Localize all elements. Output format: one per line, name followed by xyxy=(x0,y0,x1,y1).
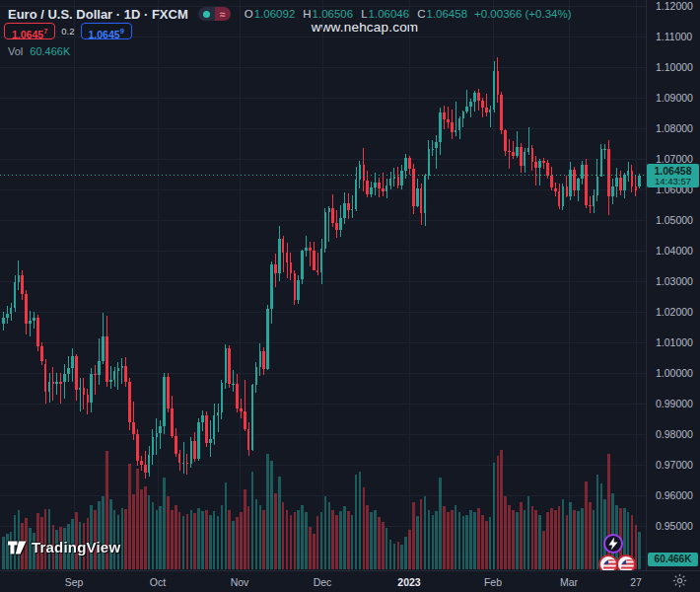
price-axis-label: 1.03000 xyxy=(656,275,693,287)
candle-body xyxy=(477,93,480,101)
volume-bar xyxy=(351,515,354,569)
candle-body xyxy=(531,148,534,162)
chart-pane[interactable] xyxy=(0,0,700,592)
candle-body xyxy=(40,346,43,361)
candle-body xyxy=(148,455,151,473)
volume-bar xyxy=(524,510,526,570)
volume-bar xyxy=(355,475,358,569)
volume-bar xyxy=(473,512,476,569)
time-axis[interactable]: SepOctNovDec2023FebMar27 xyxy=(0,570,700,592)
volume-bar xyxy=(102,496,105,569)
alert-equals-icon[interactable]: ≈ xyxy=(215,7,231,21)
candle-body xyxy=(397,177,400,185)
volume-bar xyxy=(136,469,139,569)
candle-body xyxy=(167,377,170,408)
time-axis-label: Oct xyxy=(150,576,166,588)
ohlc-readout: O1.06092 H1.06506 L1.06046 C1.06458 +0.0… xyxy=(245,8,572,20)
price-axis-label: 0.97000 xyxy=(656,459,693,471)
volume-bar xyxy=(481,515,484,569)
ask-price-sup: 9 xyxy=(120,27,124,36)
volume-bar xyxy=(469,510,472,570)
price-axis-label: 0.95000 xyxy=(656,520,693,532)
candle-body xyxy=(247,429,250,450)
candle-body xyxy=(432,149,435,150)
volume-bar xyxy=(435,511,438,569)
market-status-icon[interactable] xyxy=(198,7,215,21)
candle-body xyxy=(6,314,9,318)
volume-bar xyxy=(638,532,641,569)
volume-bar xyxy=(232,521,235,569)
candle-body xyxy=(156,433,159,437)
volume-bar xyxy=(465,515,468,569)
candle-body xyxy=(25,294,28,324)
volume-bar xyxy=(558,506,561,569)
spread-value: 0.2 xyxy=(61,26,74,37)
volume-bar xyxy=(209,515,212,569)
candle-body xyxy=(603,149,606,150)
volume-bar xyxy=(182,516,185,569)
candle-body xyxy=(339,218,342,230)
volume-bar xyxy=(282,502,285,569)
candle-body xyxy=(136,434,139,461)
volume-bar xyxy=(343,506,346,569)
candle-body xyxy=(266,309,269,369)
volume-bar xyxy=(589,502,592,569)
candle-body xyxy=(585,165,588,205)
candle-body xyxy=(305,248,308,251)
volume-bar xyxy=(424,496,427,569)
volume-bar xyxy=(167,496,170,569)
volume-bar xyxy=(408,530,411,569)
candle-body xyxy=(274,264,277,273)
volume-bar xyxy=(90,505,93,570)
bar-countdown: 14:43:57 xyxy=(647,177,699,186)
volume-legend: Vol 60.466K xyxy=(8,45,70,57)
candle-body xyxy=(29,321,32,324)
volume-bar xyxy=(512,510,515,570)
candle-body xyxy=(205,415,208,443)
volume-bar xyxy=(294,512,297,569)
candle-body xyxy=(201,415,204,421)
chart-app: www.nehcap.com Euro / U.S. Dollar · 1D ·… xyxy=(0,0,700,592)
volume-bar xyxy=(585,481,588,570)
candle-body xyxy=(21,275,24,294)
volume-bar xyxy=(477,508,480,569)
candle-body xyxy=(512,152,515,156)
price-axis-label: 1.05000 xyxy=(656,214,693,226)
candle-body xyxy=(631,171,634,186)
axis-settings-gear-icon[interactable] xyxy=(672,573,687,592)
volume-bar xyxy=(324,496,327,569)
candle-body xyxy=(589,205,592,206)
volume-bar xyxy=(339,511,342,569)
volume-bar xyxy=(493,463,496,569)
volume-bar xyxy=(251,472,254,570)
volume-bar xyxy=(244,489,246,569)
header-status-pill[interactable]: ≈ xyxy=(198,7,231,21)
bid-price-sup: 7 xyxy=(43,27,47,36)
sell-bid-button[interactable]: 1.06457 xyxy=(4,23,55,39)
candle-body xyxy=(197,422,200,459)
candle-body xyxy=(435,142,438,149)
candle-body xyxy=(451,122,454,132)
time-axis-label: 2023 xyxy=(397,576,420,588)
candle-body xyxy=(558,191,561,206)
candle-body xyxy=(79,388,82,390)
candle-body xyxy=(542,161,545,164)
volume-bar xyxy=(581,508,584,569)
buy-ask-button[interactable]: 1.06459 xyxy=(81,23,132,39)
price-axis[interactable]: 1.120001.110001.100001.090001.080001.070… xyxy=(646,0,700,570)
volume-bar xyxy=(370,512,373,569)
candle-body xyxy=(221,383,224,412)
candle-body xyxy=(128,382,131,422)
tradingview-logo[interactable]: TradingView xyxy=(8,539,120,555)
ohlc-open-label: O xyxy=(245,8,253,20)
volume-bar xyxy=(240,512,243,569)
volume-bar xyxy=(297,510,300,570)
volume-bar xyxy=(439,478,442,569)
candle-body xyxy=(462,111,465,118)
volume-bar xyxy=(197,508,200,569)
volume-bar xyxy=(554,510,557,570)
candle-body xyxy=(109,380,112,383)
symbol-title[interactable]: Euro / U.S. Dollar · 1D · FXCM xyxy=(8,7,188,22)
candle-body xyxy=(132,422,135,434)
volume-bar xyxy=(213,511,216,569)
